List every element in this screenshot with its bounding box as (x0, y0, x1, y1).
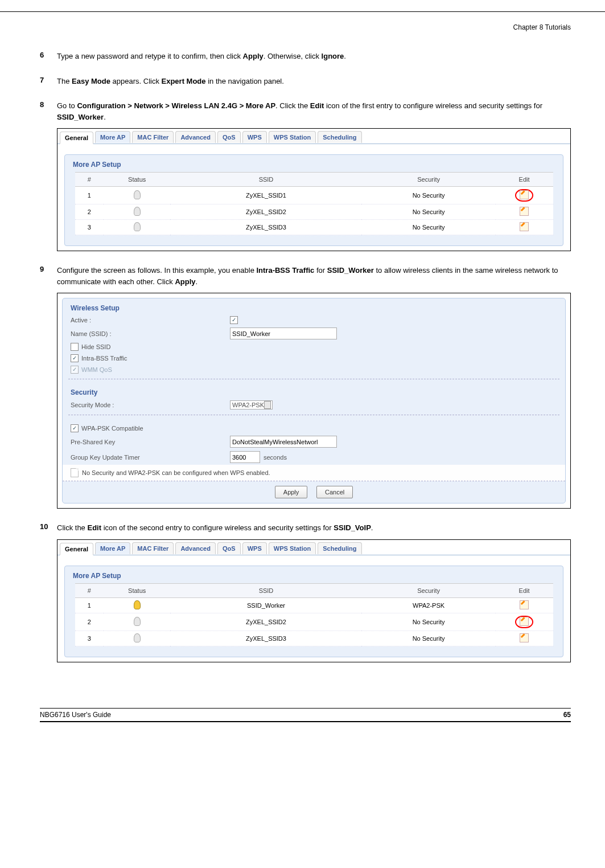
psk-input[interactable] (230, 436, 337, 448)
screenshot-wireless-setup: Wireless Setup Active : Name (SSID) : Hi… (57, 293, 571, 509)
more-ap-table: # Status SSID Security Edit 1 ZyXEL_SSID… (75, 172, 553, 235)
step-text: Click the Edit icon of the second entry … (57, 522, 571, 534)
name-label: Name (SSID) : (71, 330, 230, 337)
cancel-button[interactable]: Cancel (316, 486, 353, 498)
section-security: Security (63, 383, 565, 399)
col-ssid: SSID (170, 173, 361, 187)
wpa-psk-checkbox[interactable] (71, 424, 79, 432)
footer: NBG6716 User's Guide 65 (40, 708, 571, 722)
status-bulb-icon (134, 617, 141, 626)
status-bulb-icon (134, 222, 141, 231)
step-text: Type a new password and retype it to con… (57, 51, 571, 62)
screenshot-more-ap-2: General More AP MAC Filter Advanced QoS … (57, 539, 571, 662)
step-number: 7 (40, 76, 57, 87)
section-title: More AP Setup (65, 566, 563, 583)
intra-bss-checkbox[interactable] (71, 354, 79, 362)
more-ap-panel: More AP Setup # Status SSID Security Edi… (64, 154, 563, 246)
gk-input[interactable] (230, 451, 260, 463)
apply-button[interactable]: Apply (275, 486, 308, 498)
step-6: 6 Type a new password and retype it to c… (40, 51, 571, 62)
wpa-psk-label: WPA-PSK Compatible (81, 425, 143, 432)
edit-icon[interactable] (520, 222, 529, 231)
col-edit: Edit (496, 173, 553, 187)
section-title: More AP Setup (65, 155, 563, 172)
note-text: No Security and WPA2-PSK can be configur… (82, 469, 270, 476)
psk-label: Pre-Shared Key (71, 439, 230, 445)
tab-mac-filter[interactable]: MAC Filter (132, 542, 174, 554)
step-number: 6 (40, 51, 57, 62)
tab-general[interactable]: General (60, 132, 93, 144)
security-mode-label: Security Mode : (71, 402, 230, 408)
step-number: 10 (40, 522, 57, 534)
tab-more-ap[interactable]: More AP (95, 131, 130, 143)
step-9: 9 Configure the screen as follows. In th… (40, 265, 571, 287)
col-num: # (75, 173, 104, 187)
tab-mac-filter[interactable]: MAC Filter (132, 131, 174, 143)
step-text: The Easy Mode appears. Click Expert Mode… (57, 76, 571, 87)
col-security: Security (361, 173, 495, 187)
more-ap-panel: More AP Setup # Status SSID Security Edi… (64, 566, 563, 657)
gk-unit: seconds (264, 454, 287, 461)
wmm-label: WMM QoS (81, 366, 112, 373)
tab-wps-station[interactable]: WPS Station (269, 131, 316, 143)
step-number: 9 (40, 265, 57, 287)
table-row: 1 SSID_Worker WPA2-PSK (75, 597, 553, 613)
tab-advanced[interactable]: Advanced (175, 131, 216, 143)
tab-wps[interactable]: WPS (242, 542, 267, 554)
col-status: Status (104, 583, 171, 597)
tab-wps[interactable]: WPS (242, 131, 267, 143)
chapter-header: Chapter 8 Tutorials (40, 23, 571, 37)
tab-scheduling[interactable]: Scheduling (318, 131, 361, 143)
step-text: Configure the screen as follows. In this… (57, 265, 571, 287)
tab-advanced[interactable]: Advanced (175, 542, 216, 554)
col-ssid: SSID (170, 583, 361, 597)
intra-bss-label: Intra-BSS Traffic (81, 355, 127, 362)
page-number: 65 (563, 711, 571, 719)
step-number: 8 (40, 100, 57, 122)
edit-icon[interactable] (520, 207, 529, 216)
note-icon (71, 468, 79, 477)
active-checkbox[interactable] (230, 316, 238, 324)
screenshot-more-ap-1: General More AP MAC Filter Advanced QoS … (57, 128, 571, 251)
gk-label: Group Key Update Timer (71, 454, 230, 461)
wmm-checkbox[interactable] (71, 366, 79, 374)
table-row: 3 ZyXEL_SSID3 No Security (75, 220, 553, 235)
col-security: Security (361, 583, 495, 597)
note-box: No Security and WPA2-PSK can be configur… (63, 465, 565, 481)
step-8: 8 Go to Configuration > Network > Wirele… (40, 100, 571, 122)
ssid-input[interactable] (230, 327, 337, 339)
hide-ssid-label: Hide SSID (81, 343, 110, 350)
table-row: 2 ZyXEL_SSID2 No Security (75, 613, 553, 630)
section-wireless-setup: Wireless Setup (63, 298, 565, 314)
tab-qos[interactable]: QoS (217, 542, 241, 554)
tab-more-ap[interactable]: More AP (95, 542, 130, 554)
active-label: Active : (71, 317, 230, 324)
tab-wps-station[interactable]: WPS Station (269, 542, 316, 554)
tab-qos[interactable]: QoS (217, 131, 241, 143)
step-text: Go to Configuration > Network > Wireless… (57, 100, 571, 122)
step-7: 7 The Easy Mode appears. Click Expert Mo… (40, 76, 571, 87)
more-ap-table: # Status SSID Security Edit 1 SSID_Worke… (75, 583, 553, 646)
step-10: 10 Click the Edit icon of the second ent… (40, 522, 571, 534)
col-edit: Edit (496, 583, 553, 597)
tab-bar: General More AP MAC Filter Advanced QoS … (57, 129, 570, 144)
status-bulb-icon (134, 190, 141, 199)
security-mode-select[interactable]: WPA2-PSK (230, 400, 273, 410)
edit-icon[interactable] (520, 600, 529, 609)
table-row: 2 ZyXEL_SSID2 No Security (75, 204, 553, 220)
edit-icon[interactable] (520, 190, 529, 199)
tab-scheduling[interactable]: Scheduling (318, 542, 361, 554)
footer-guide-name: NBG6716 User's Guide (40, 711, 111, 719)
tab-general[interactable]: General (60, 543, 93, 555)
edit-highlight (515, 189, 533, 202)
col-status: Status (104, 173, 171, 187)
table-row: 3 ZyXEL_SSID3 No Security (75, 630, 553, 646)
edit-icon[interactable] (520, 617, 529, 626)
status-bulb-icon (134, 633, 141, 642)
status-bulb-icon (134, 207, 141, 216)
table-row: 1 ZyXEL_SSID1 No Security (75, 187, 553, 204)
status-bulb-icon (134, 600, 141, 609)
hide-ssid-checkbox[interactable] (71, 343, 79, 351)
edit-icon[interactable] (520, 633, 529, 642)
col-num: # (75, 583, 104, 597)
